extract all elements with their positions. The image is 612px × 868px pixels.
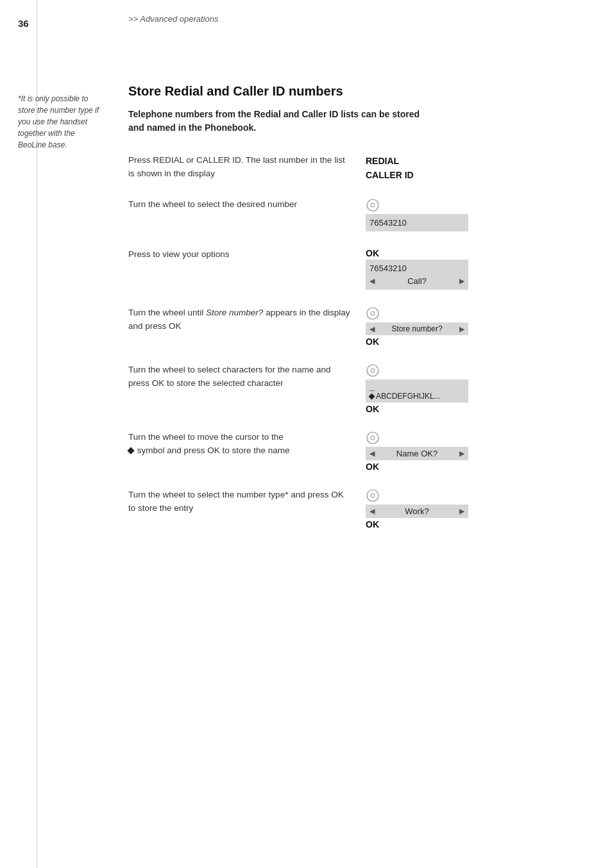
- step-1-display: REDIAL CALLER ID: [366, 154, 488, 183]
- step-4-display: ◀ Store number? ▶ OK: [366, 306, 488, 348]
- section-title: Store Redial and Caller ID numbers: [128, 83, 586, 99]
- right-arrow-2: ▶: [459, 325, 464, 333]
- right-arrow-3: ▶: [459, 449, 464, 458]
- page-number: 36: [18, 18, 29, 29]
- step-4-ok: OK: [366, 337, 379, 347]
- step-7-ok: OK: [366, 519, 379, 530]
- step-7-screen: ◀ Work? ▶: [366, 505, 468, 518]
- svg-point-0: [367, 199, 378, 211]
- wheel-icon-4: [366, 431, 380, 445]
- svg-point-2: [367, 308, 378, 319]
- steps-container: Press REDIAL or CALLER ID. The last numb…: [128, 154, 586, 546]
- wheel-icon-3: [366, 363, 380, 378]
- right-arrow-4: ▶: [459, 507, 464, 515]
- cursor-line: _: [370, 381, 464, 392]
- diamond-symbol: [127, 447, 134, 454]
- left-arrow-3: ◀: [370, 449, 375, 458]
- step-6-screen: ◀ Name OK? ▶: [366, 447, 468, 460]
- step-1-text: Press REDIAL or CALLER ID. The last numb…: [128, 154, 366, 181]
- svg-point-3: [371, 312, 375, 315]
- name-ok-label: Name OK?: [394, 449, 440, 458]
- step-1-labels: REDIAL CALLER ID: [366, 154, 414, 183]
- step-7: Turn the wheel to select the number type…: [128, 488, 586, 531]
- wheel-icon-5: [366, 488, 380, 503]
- step-6-ok: OK: [366, 462, 379, 472]
- step-2-screen: 76543210: [366, 214, 468, 232]
- left-arrow-4: ◀: [370, 507, 375, 515]
- chars-row: ABCDEFGHIJKL...: [370, 392, 464, 401]
- step-5-display: _ ABCDEFGHIJKL... OK: [366, 363, 488, 415]
- svg-point-9: [371, 494, 375, 497]
- step-7-display: ◀ Work? ▶ OK: [366, 488, 488, 531]
- svg-point-1: [371, 203, 375, 207]
- svg-point-8: [367, 490, 378, 501]
- step-1: Press REDIAL or CALLER ID. The last numb…: [128, 154, 586, 183]
- step-6-text: Turn the wheel to move the cursor to the…: [128, 431, 366, 458]
- step-3-call-row: ◀ Call? ▶: [370, 275, 464, 288]
- left-arrow-2: ◀: [370, 325, 375, 333]
- work-label: Work?: [398, 506, 436, 516]
- svg-point-7: [371, 436, 375, 440]
- svg-point-5: [371, 369, 375, 372]
- store-number-label: Store number?: [389, 324, 445, 333]
- step-3-display: OK 76543210 ◀ Call? ▶: [366, 248, 488, 291]
- step-6: Turn the wheel to move the cursor to the…: [128, 431, 586, 473]
- step-3-ok: OK: [366, 248, 379, 258]
- svg-point-6: [367, 432, 378, 444]
- call-label: Call?: [400, 275, 433, 288]
- right-arrow: ▶: [459, 276, 464, 287]
- step-3: Press to view your options OK 76543210 ◀…: [128, 248, 586, 291]
- step-4-screen: ◀ Store number? ▶: [366, 322, 468, 335]
- page-header: >> Advanced operations: [128, 14, 586, 24]
- step-2-text: Turn the wheel to select the desired num…: [128, 198, 366, 212]
- step-7-text: Turn the wheel to select the number type…: [128, 488, 366, 515]
- step-5: Turn the wheel to select characters for …: [128, 363, 586, 415]
- step-4: Turn the wheel until Store number? appea…: [128, 306, 586, 348]
- wheel-icon-2: [366, 306, 380, 321]
- step-5-text: Turn the wheel to select characters for …: [128, 363, 366, 390]
- wheel-icon: [366, 198, 380, 212]
- left-arrow: ◀: [370, 276, 375, 287]
- subtitle: Telephone numbers from the Redial and Ca…: [128, 108, 423, 135]
- step-3-text: Press to view your options: [128, 248, 366, 262]
- step-2-display: 76543210: [366, 198, 488, 233]
- step-2: Turn the wheel to select the desired num…: [128, 198, 586, 233]
- chars-label: ABCDEFGHIJKL...: [376, 392, 441, 401]
- main-content: Store Redial and Caller ID numbers Telep…: [128, 83, 586, 546]
- step-4-text: Turn the wheel until Store number? appea…: [128, 306, 366, 333]
- step-5-screen: _ ABCDEFGHIJKL...: [366, 380, 468, 403]
- diamond-icon: [369, 393, 375, 399]
- svg-point-4: [367, 365, 378, 376]
- step-6-display: ◀ Name OK? ▶ OK: [366, 431, 488, 473]
- step-5-ok: OK: [366, 404, 379, 414]
- step-3-screen: 76543210 ◀ Call? ▶: [366, 260, 468, 290]
- sidebar-note: *It is only possible to store the number…: [18, 93, 101, 151]
